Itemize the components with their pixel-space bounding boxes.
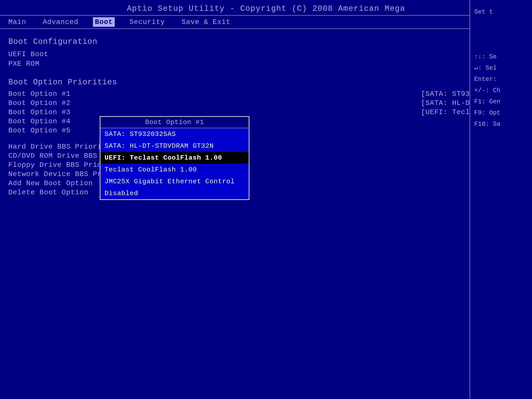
- spacer3: [474, 40, 528, 51]
- boot-option-2-row[interactable]: Boot Option #2 [SATA: HL-DT-STDVDR...]: [8, 99, 523, 107]
- boot-option-dropdown: Boot Option #1 SATA: ST9320325AS SATA: H…: [100, 116, 249, 200]
- dropdown-item-0[interactable]: SATA: ST9320325AS: [100, 128, 249, 140]
- floppy-bbs[interactable]: Floppy Drive BBS Priorities: [8, 161, 523, 169]
- sel-select2: ↵: Sel: [474, 62, 528, 74]
- boot-option-4-label: Boot Option #4: [8, 117, 71, 125]
- right-sidebar: Set t ↑↓: Se ↵: Sel Enter: +/-: Ch F1: G…: [470, 0, 532, 399]
- pxe-rom-row: PXE ROM [Enabled]: [8, 60, 523, 68]
- dropdown-item-2-selected[interactable]: UEFI: Teclast CoolFlash 1.00: [100, 152, 249, 164]
- plusminus-label: +/-: Ch: [474, 85, 528, 96]
- dropdown-item-3[interactable]: Teclast CoolFlash 1.00: [100, 164, 249, 176]
- se-select: ↑↓: Se: [474, 51, 528, 62]
- tab-save-exit[interactable]: Save & Exit: [180, 17, 233, 27]
- hard-drive-section: Hard Drive BBS Priorities CD/DVD ROM Dri…: [8, 143, 523, 196]
- tab-bar: Main Advanced Boot Security Save & Exit: [0, 16, 532, 29]
- bios-screen: Aptio Setup Utility - Copyright (C) 2008…: [0, 0, 532, 399]
- set-text: Set t: [474, 6, 528, 18]
- uefi-boot-row: UEFI Boot [Enabled]: [8, 50, 523, 58]
- boot-option-5-row[interactable]: Boot Option #5: [8, 127, 523, 134]
- add-new-boot[interactable]: Add New Boot Option: [8, 179, 523, 187]
- boot-option-5-label: Boot Option #5: [8, 127, 71, 134]
- boot-option-4-row[interactable]: Boot Option #4: [8, 117, 523, 125]
- main-content: Boot Configuration UEFI Boot [Enabled] P…: [0, 29, 532, 395]
- uefi-boot-label: UEFI Boot: [8, 50, 48, 58]
- tab-security[interactable]: Security: [127, 17, 167, 27]
- boot-priorities-title: Boot Option Priorities: [8, 78, 523, 87]
- delete-boot[interactable]: Delete Boot Option: [8, 189, 523, 196]
- boot-option-3-label: Boot Option #3: [8, 108, 71, 116]
- f1-label: F1: Gen: [474, 96, 528, 107]
- tab-main[interactable]: Main: [6, 17, 28, 27]
- network-bbs[interactable]: Network Device BBS Priorities: [8, 170, 523, 178]
- dropdown-item-1[interactable]: SATA: HL-DT-STDVDRAM GT32N: [100, 140, 249, 152]
- f10-label: F10: Sa: [474, 119, 528, 130]
- hard-drive-bbs[interactable]: Hard Drive BBS Priorities: [8, 143, 523, 151]
- boot-config-title: Boot Configuration: [8, 37, 523, 46]
- cddvd-bbs[interactable]: CD/DVD ROM Drive BBS Prioriti: [8, 152, 523, 160]
- title-text: Aptio Setup Utility - Copyright (C) 2008…: [127, 4, 405, 13]
- dropdown-title: Boot Option #1: [100, 117, 249, 128]
- enter-label: Enter:: [474, 74, 528, 85]
- spacer2: [474, 29, 528, 40]
- left-panel: Boot Configuration UEFI Boot [Enabled] P…: [0, 29, 532, 395]
- boot-option-2-label: Boot Option #2: [8, 99, 71, 107]
- pxe-rom-label: PXE ROM: [8, 60, 39, 68]
- boot-option-1-row[interactable]: Boot Option #1 [SATA: ST9320325AS ...]: [8, 90, 523, 98]
- tab-boot[interactable]: Boot: [93, 17, 115, 27]
- f9-label: F9: Opt: [474, 107, 528, 119]
- dropdown-item-4[interactable]: JMC25X Gigabit Ethernet Control: [100, 176, 249, 187]
- boot-option-3-row[interactable]: Boot Option #3 [UEFI: Teclast Cool...]: [8, 108, 523, 116]
- dropdown-item-5[interactable]: Disabled: [100, 187, 249, 199]
- tab-advanced[interactable]: Advanced: [41, 17, 80, 27]
- spacer1: [474, 18, 528, 29]
- boot-option-1-label: Boot Option #1: [8, 90, 71, 98]
- title-bar: Aptio Setup Utility - Copyright (C) 2008…: [0, 0, 532, 16]
